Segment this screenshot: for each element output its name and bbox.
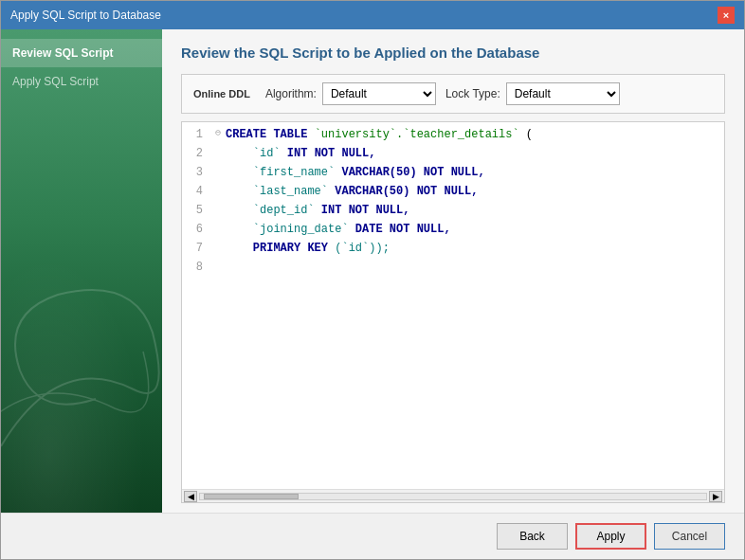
main-title: Review the SQL Script to be Applied on t…	[181, 45, 725, 61]
back-button[interactable]: Back	[497, 523, 568, 550]
table-row: 5 `dept_id` INT NOT NULL,	[182, 202, 724, 221]
title-bar: Apply SQL Script to Database ×	[1, 1, 744, 29]
sidebar: Review SQL Script Apply SQL Script	[1, 29, 162, 513]
sidebar-item-review-sql-script[interactable]: Review SQL Script	[1, 39, 162, 67]
main-content: Review the SQL Script to be Applied on t…	[162, 29, 744, 513]
table-row: 3 `first_name` VARCHAR(50) NOT NULL,	[182, 164, 724, 183]
scroll-track[interactable]	[199, 493, 707, 500]
horizontal-scrollbar: ◀ ▶	[182, 489, 724, 502]
dialog-title: Apply SQL Script to Database	[10, 9, 161, 22]
table-row: 1 ⊖ CREATE TABLE `university`.`teacher_d…	[182, 126, 724, 145]
table-row: 8	[182, 259, 724, 278]
online-ddl-section: Online DDL Algorithm: Default INPLACE CO…	[181, 74, 725, 114]
locktype-select[interactable]: Default NONE SHARED EXCLUSIVE	[506, 82, 620, 105]
locktype-field: Lock Type: Default NONE SHARED EXCLUSIVE	[445, 82, 620, 105]
decorative-swirl	[1, 276, 162, 465]
algorithm-select[interactable]: Default INPLACE COPY	[322, 82, 436, 105]
algorithm-field: Algorithm: Default INPLACE COPY	[265, 82, 436, 105]
cancel-button[interactable]: Cancel	[654, 523, 725, 550]
scroll-right-arrow[interactable]: ▶	[709, 491, 722, 502]
online-ddl-label: Online DDL	[193, 88, 250, 99]
code-area-wrapper: 1 ⊖ CREATE TABLE `university`.`teacher_d…	[181, 121, 725, 503]
table-row: 2 `id` INT NOT NULL,	[182, 145, 724, 164]
scroll-left-arrow[interactable]: ◀	[184, 491, 197, 502]
algorithm-label: Algorithm:	[265, 87, 317, 100]
code-area[interactable]: 1 ⊖ CREATE TABLE `university`.`teacher_d…	[182, 122, 724, 489]
table-row: 4 `last_name` VARCHAR(50) NOT NULL,	[182, 183, 724, 202]
dialog-body: Review SQL Script Apply SQL Script Revie…	[1, 29, 744, 513]
dialog: Apply SQL Script to Database × Review SQ…	[0, 0, 745, 560]
table-row: 7 PRIMARY KEY (`id`));	[182, 240, 724, 259]
close-button[interactable]: ×	[718, 7, 735, 24]
table-row: 6 `joining_date` DATE NOT NULL,	[182, 221, 724, 240]
apply-button[interactable]: Apply	[575, 523, 646, 550]
locktype-label: Lock Type:	[445, 87, 500, 100]
sidebar-item-apply-sql-script[interactable]: Apply SQL Script	[1, 67, 162, 96]
dialog-footer: Back Apply Cancel	[1, 513, 744, 559]
scroll-thumb	[204, 494, 299, 499]
